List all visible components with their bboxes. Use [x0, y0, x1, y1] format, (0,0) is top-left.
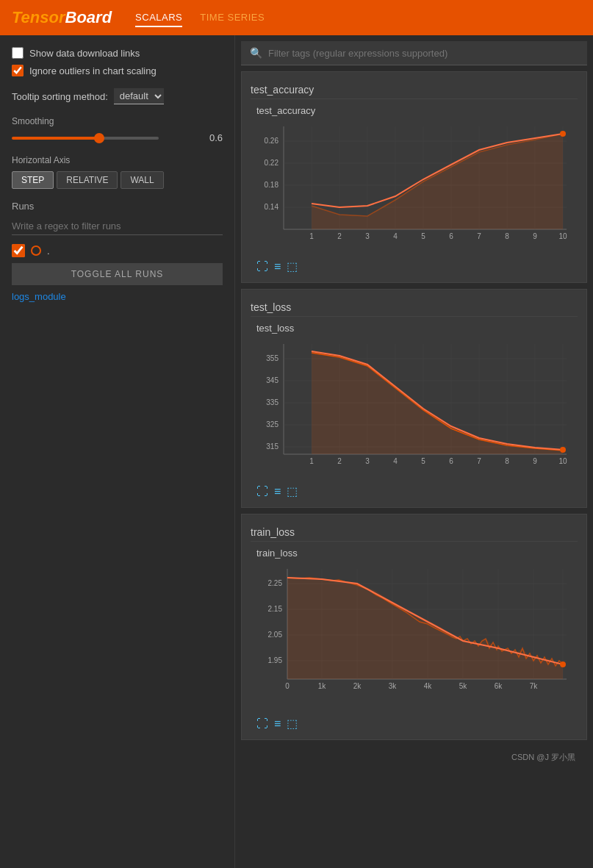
toggle-all-runs-button[interactable]: TOGGLE ALL RUNS — [12, 263, 223, 285]
show-download-checkbox[interactable] — [12, 47, 24, 59]
logo-board: Board — [65, 8, 112, 26]
svg-text:0.14: 0.14 — [265, 203, 279, 211]
ignore-outliers-checkbox[interactable] — [12, 65, 24, 76]
main-content: 🔍 test_accuracy test_accuracy — [235, 35, 593, 868]
smoothing-row: 0.6 — [12, 132, 223, 143]
run-checkbox[interactable] — [12, 244, 25, 257]
svg-text:3: 3 — [365, 457, 370, 465]
app-logo: TensorBoard — [12, 8, 112, 27]
run-name-link[interactable]: logs_module — [12, 291, 223, 302]
train-loss-actions: ⛶ ≡ ⬚ — [251, 717, 578, 731]
svg-text:335: 335 — [266, 398, 278, 406]
smoothing-value: 0.6 — [209, 132, 223, 143]
horizontal-axis-section: Horizontal Axis STEP RELATIVE WALL — [12, 155, 223, 189]
download-button-2[interactable]: ⬚ — [287, 484, 298, 498]
svg-text:5k: 5k — [459, 682, 468, 690]
axis-buttons: STEP RELATIVE WALL — [12, 171, 223, 189]
svg-text:3: 3 — [365, 232, 370, 240]
axis-relative-btn[interactable]: RELATIVE — [57, 171, 118, 189]
svg-text:4: 4 — [393, 232, 398, 240]
svg-text:6: 6 — [449, 232, 453, 240]
nav-time-series[interactable]: TIME SERIES — [200, 9, 265, 27]
smoothing-slider[interactable] — [12, 137, 159, 140]
svg-text:9: 9 — [533, 457, 537, 465]
search-bar: 🔍 — [241, 41, 587, 65]
svg-text:1k: 1k — [318, 682, 327, 690]
svg-text:0.18: 0.18 — [265, 181, 279, 189]
test-loss-svg: 355 345 335 325 315 1 2 3 4 5 6 7 8 9 10 — [251, 337, 574, 476]
expand-button-1[interactable]: ⛶ — [256, 259, 268, 273]
axis-wall-btn[interactable]: WALL — [121, 171, 163, 189]
show-download-label: Show data download links — [29, 48, 140, 59]
svg-text:3k: 3k — [389, 682, 398, 690]
svg-text:1.95: 1.95 — [268, 656, 283, 664]
train-loss-section-title: train_loss — [251, 523, 578, 542]
svg-point-63 — [560, 447, 566, 453]
svg-text:1: 1 — [309, 457, 314, 465]
svg-text:6k: 6k — [495, 682, 503, 690]
svg-text:345: 345 — [266, 376, 278, 384]
svg-text:2: 2 — [337, 457, 342, 465]
svg-text:8: 8 — [505, 457, 509, 465]
svg-text:325: 325 — [266, 420, 278, 428]
svg-text:7: 7 — [477, 232, 481, 240]
tooltip-select[interactable]: default — [114, 88, 164, 104]
train-loss-chart-title: train_loss — [256, 548, 578, 559]
svg-text:4: 4 — [393, 457, 398, 465]
svg-text:0: 0 — [285, 682, 290, 690]
run-dot-label: . — [47, 245, 50, 257]
data-button-2[interactable]: ≡ — [274, 484, 281, 498]
chart-test-accuracy: test_accuracy test_accuracy — [241, 71, 587, 283]
run-circle-icon — [31, 245, 41, 256]
ignore-outliers-row: Ignore outliers in chart scaling — [12, 65, 223, 76]
svg-text:2.05: 2.05 — [268, 631, 283, 639]
show-download-row: Show data download links — [12, 47, 223, 59]
runs-section: Runs . TOGGLE ALL RUNS logs_module — [12, 201, 223, 302]
svg-text:4k: 4k — [424, 682, 433, 690]
svg-point-30 — [560, 131, 566, 137]
main-nav: SCALARS TIME SERIES — [135, 9, 265, 27]
test-loss-chart-title: test_loss — [256, 323, 578, 334]
svg-text:5: 5 — [421, 457, 425, 465]
download-button-1[interactable]: ⬚ — [287, 259, 298, 273]
svg-text:0.22: 0.22 — [265, 159, 279, 167]
chart-train-loss: train_loss train_loss — [241, 514, 587, 740]
svg-text:2: 2 — [337, 232, 342, 240]
test-accuracy-section-title: test_accuracy — [251, 81, 578, 99]
tooltip-label: Tooltip sorting method: — [12, 91, 108, 102]
app-layout: Show data download links Ignore outliers… — [0, 35, 593, 868]
axis-step-btn[interactable]: STEP — [12, 171, 54, 189]
tooltip-row: Tooltip sorting method: default — [12, 88, 223, 104]
svg-text:5: 5 — [421, 232, 425, 240]
nav-scalars[interactable]: SCALARS — [135, 9, 182, 27]
test-accuracy-actions: ⛶ ≡ ⬚ — [251, 259, 578, 273]
runs-filter-input[interactable] — [12, 218, 223, 235]
footer: CSDN @J 罗小黑 — [241, 746, 587, 769]
svg-text:10: 10 — [558, 457, 567, 465]
horizontal-axis-label: Horizontal Axis — [12, 155, 223, 165]
svg-text:10: 10 — [558, 232, 567, 240]
data-button-3[interactable]: ≡ — [274, 717, 281, 731]
svg-text:7: 7 — [477, 457, 481, 465]
header: TensorBoard SCALARS TIME SERIES — [0, 0, 593, 35]
chart-test-loss: test_loss test_loss — [241, 289, 587, 508]
search-input[interactable] — [268, 48, 578, 59]
svg-text:6: 6 — [449, 457, 453, 465]
test-loss-section-title: test_loss — [251, 298, 578, 317]
data-button-1[interactable]: ≡ — [274, 259, 281, 273]
svg-text:315: 315 — [266, 442, 278, 451]
expand-button-3[interactable]: ⛶ — [256, 717, 268, 731]
sidebar: Show data download links Ignore outliers… — [0, 35, 235, 868]
download-button-3[interactable]: ⬚ — [287, 717, 298, 731]
svg-text:355: 355 — [266, 354, 278, 362]
train-loss-svg: 2.25 2.15 2.05 1.95 0 1k 2k 3k 4k 5k 6k … — [251, 562, 574, 709]
footer-text: CSDN @J 罗小黑 — [511, 753, 575, 761]
expand-button-2[interactable]: ⛶ — [256, 484, 268, 498]
svg-text:2.25: 2.25 — [268, 579, 283, 587]
runs-title: Runs — [12, 201, 223, 212]
search-icon: 🔍 — [250, 47, 262, 59]
svg-point-90 — [560, 661, 566, 667]
smoothing-label: Smoothing — [12, 116, 223, 126]
svg-text:2k: 2k — [353, 682, 362, 690]
svg-text:1: 1 — [309, 232, 314, 240]
